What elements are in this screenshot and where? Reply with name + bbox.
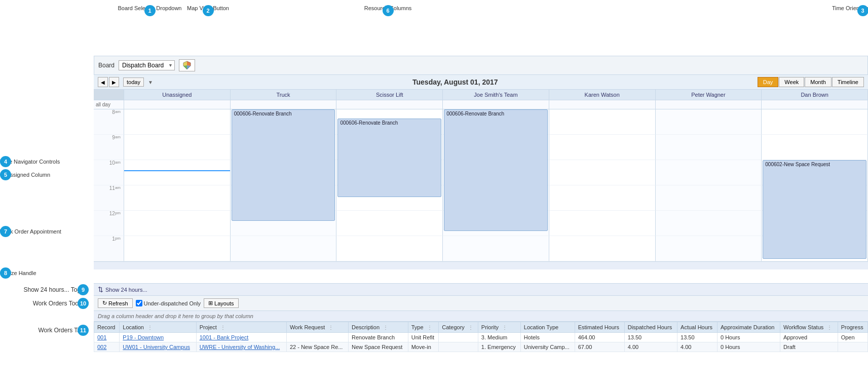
record-link-2[interactable]: 002 (97, 344, 106, 350)
cell-unassigned-9[interactable] (124, 135, 231, 160)
unassigned-num: 5 (0, 169, 11, 180)
location-link-2[interactable]: UW01 - University Campus (123, 344, 190, 350)
th-description[interactable]: Description ⋮ (349, 322, 408, 333)
month-button[interactable]: Month (805, 77, 832, 87)
cell-peter-11[interactable] (656, 185, 762, 211)
th-location-type[interactable]: Location Type (520, 322, 575, 333)
underdispatched-checkbox[interactable] (136, 300, 142, 306)
show24-area: 9 Show 24 hours... Toggle ⇅ Show 24 hour… (0, 283, 868, 296)
cell-unassigned-1[interactable] (124, 236, 231, 261)
td-project-1: 1001 - Bank Project (196, 333, 286, 342)
th-actual-hours[interactable]: Actual Hours (677, 322, 718, 333)
resize-num: 8 (0, 267, 11, 279)
cell-peter-12[interactable] (656, 211, 762, 236)
cell-truck-1[interactable] (231, 236, 337, 261)
appt-scissor-renovate[interactable]: 000606-Renovate Branch (337, 119, 441, 197)
td-category-2 (439, 342, 478, 352)
wo-table: Record Location ⋮ Project ⋮ Work Request… (94, 322, 868, 352)
cell-joe-1[interactable] (443, 236, 549, 261)
cell-karen-10[interactable] (549, 160, 656, 185)
week-button[interactable]: Week (779, 77, 804, 87)
td-estimated-2: 67.00 (575, 342, 624, 352)
resource-karen: Karen Watson (549, 90, 656, 100)
appt-truck-renovate[interactable]: 000606-Renovate Branch (232, 109, 335, 221)
map-view-button[interactable] (179, 59, 195, 71)
cell-truck-8[interactable]: 000606-Renovate Branch (231, 109, 337, 135)
wo-appt-annot: 7 Work Order Appointment (0, 228, 89, 235)
wo-table-annot: 11 Work Orders Table (0, 322, 94, 334)
time-navigator-annot: 4 Time Navigator Controls (0, 159, 89, 165)
time-navigator-num: 4 (0, 156, 11, 167)
th-progress[interactable]: Progress (838, 322, 867, 333)
board-selector-num: 1 (144, 5, 156, 16)
th-project[interactable]: Project ⋮ (196, 322, 286, 333)
td-description-2: New Space Request (349, 342, 408, 352)
cell-peter-10[interactable] (656, 160, 762, 185)
td-work-request-1 (286, 333, 348, 342)
time-orientation-num: 3 (857, 5, 869, 16)
th-category[interactable]: Category ⋮ (439, 322, 478, 333)
prev-button[interactable]: ◀ (98, 77, 108, 87)
today-button[interactable]: today (123, 78, 144, 87)
th-priority[interactable]: Priority ⋮ (478, 322, 520, 333)
show24-toggle[interactable]: ⇅ Show 24 hours... (94, 283, 868, 296)
record-link-1[interactable]: 001 (97, 334, 106, 340)
cell-karen-11[interactable] (549, 185, 656, 211)
cell-karen-8[interactable] (549, 109, 656, 135)
hscroll-row[interactable] (94, 261, 868, 269)
cell-dan-8[interactable] (762, 109, 868, 135)
cell-unassigned-11[interactable] (124, 185, 231, 211)
cell-karen-1[interactable] (549, 236, 656, 261)
cell-unassigned-10[interactable] (124, 160, 231, 185)
allday-peter (656, 100, 762, 109)
cell-joe-8[interactable]: 000606-Renovate Branch (443, 109, 549, 135)
cell-scissor-1[interactable] (336, 236, 443, 261)
th-estimated-hours[interactable]: Estimated Hours (575, 322, 624, 333)
cell-scissor-8[interactable]: 000606-Renovate Branch (336, 109, 443, 135)
th-workflow-status[interactable]: Workflow Status ⋮ (780, 322, 838, 333)
refresh-button[interactable]: ↻ Refresh (98, 298, 133, 308)
resource-scissor: Scissor Lift (336, 90, 443, 100)
td-description-1: Renovate Branch (349, 333, 408, 342)
th-dispatched-hours[interactable]: Dispatched Hours (624, 322, 677, 333)
td-record-1: 001 (94, 333, 120, 342)
cell-dan-9[interactable] (762, 135, 868, 160)
wo-toolbar-area: 10 Work Orders Toolbar ↻ Refresh Under-d… (0, 296, 868, 311)
td-actual-2: 4.00 (677, 342, 718, 352)
appt-dan-newspace[interactable]: 000602-New Space Request (763, 160, 866, 259)
th-work-request[interactable]: Work Request ⋮ (286, 322, 348, 333)
nav-row: ◀ ▶ today ▼ Tuesday, August 01, 2017 Day… (94, 75, 868, 90)
cell-dan-10[interactable]: 000602-New Space Request (762, 160, 868, 185)
next-button[interactable]: ▶ (109, 77, 119, 87)
underdispatched-label[interactable]: Under-dispatched Only (136, 300, 201, 306)
cell-unassigned-12[interactable] (124, 211, 231, 236)
right-content: ◀ ▶ today ▼ Tuesday, August 01, 2017 Day… (94, 75, 868, 283)
show24-label: Show 24 hours... (105, 287, 147, 293)
cell-peter-9[interactable] (656, 135, 762, 160)
map-view-annotation: Map View Button 2 (208, 5, 208, 15)
appt-joe-renovate[interactable]: 000606-Renovate Branch (444, 109, 548, 231)
cell-peter-8[interactable] (656, 109, 762, 135)
td-type-1: Unit Refit (408, 333, 439, 342)
allday-row: all day (94, 100, 868, 109)
cell-unassigned-8[interactable] (124, 109, 231, 135)
layouts-button[interactable]: ⊞ Layouts (204, 298, 239, 308)
project-link-1[interactable]: 1001 - Bank Project (200, 334, 249, 340)
cell-peter-1[interactable] (656, 236, 762, 261)
location-link-1[interactable]: P19 - Downtown (123, 334, 164, 340)
th-type[interactable]: Type ⋮ (408, 322, 439, 333)
map-icon (182, 61, 192, 70)
timeline-button[interactable]: Timeline (832, 77, 864, 87)
th-approx-duration[interactable]: Approximate Duration (717, 322, 780, 333)
nav-dropdown-icon[interactable]: ▼ (148, 80, 153, 85)
cell-scissor-12[interactable] (336, 211, 443, 236)
th-record[interactable]: Record (94, 322, 120, 333)
th-location[interactable]: Location ⋮ (120, 322, 196, 333)
cell-karen-12[interactable] (549, 211, 656, 236)
cell-karen-9[interactable] (549, 135, 656, 160)
day-button[interactable]: Day (758, 77, 779, 87)
board-selector-dropdown[interactable]: Dispatch Board Service Board Install Boa… (119, 60, 175, 70)
wo-toolbar-num: 10 (78, 298, 89, 309)
time-9am: 9am (94, 135, 124, 160)
project-link-2[interactable]: UWRE - University of Washing... (200, 344, 280, 350)
